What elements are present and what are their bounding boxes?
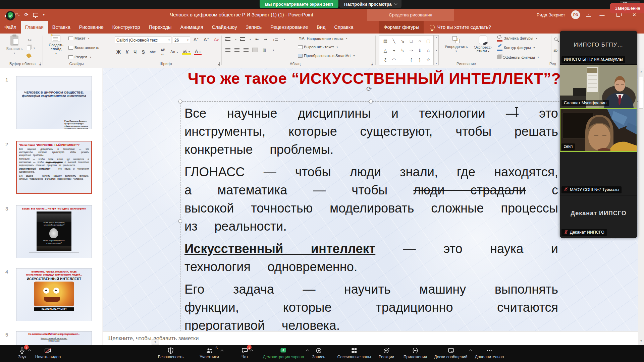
reset-button[interactable]: Восстановить <box>68 46 99 50</box>
tab-Слайд-шоу[interactable]: Слайд-шоу <box>208 21 241 34</box>
shadow-button[interactable]: S <box>141 49 146 55</box>
text-direction-button[interactable]: ⇅AНаправление текста▾ <box>298 36 347 41</box>
qat-more-icon[interactable]: ▾ <box>43 13 45 16</box>
slide-title[interactable]: Что же такое “ИСКУССТВЕННЫЙ ИНТЕЛЛЕКТ”? <box>133 69 616 87</box>
caret-up-icon[interactable] <box>250 350 254 353</box>
participant-tile-1[interactable]: ИИПСГО БГПУ…ИИПСГО БГПУ им.М.Акмуллы <box>560 31 637 65</box>
tab-Вид[interactable]: Вид <box>312 21 330 34</box>
shape-glyph-11[interactable]: ⌂ <box>427 48 430 53</box>
layout-button[interactable]: Макет▾ <box>68 36 90 40</box>
tab-Справка[interactable]: Справка <box>330 21 358 34</box>
resize-handle-topleft[interactable] <box>178 100 182 103</box>
align-right-icon[interactable] <box>244 48 249 52</box>
textbox-border-left[interactable] <box>180 101 180 331</box>
slide-canvas[interactable]: Что же такое “ИСКУССТВЕННЫЙ ИНТЕЛЛЕКТ”? … <box>103 68 638 331</box>
shape-glyph-16[interactable]: } <box>419 57 420 62</box>
shape-glyph-2[interactable]: ↘ <box>401 39 405 44</box>
shape-glyph-5[interactable]: ▢ <box>426 39 430 44</box>
grow-font-icon[interactable]: A▲ <box>193 37 200 42</box>
shape-glyph-7[interactable]: ¬ <box>393 48 395 53</box>
avatar[interactable]: РЗ <box>571 10 580 19</box>
format-painter-icon[interactable] <box>26 53 32 58</box>
quick-styles-button[interactable]: Экспресс- стили ▾ <box>470 36 496 53</box>
tab-Рецензирование[interactable]: Рецензирование <box>266 21 312 34</box>
shape-glyph-3[interactable]: □ <box>410 39 413 44</box>
find-icon[interactable] <box>554 38 557 41</box>
section-button[interactable]: Раздел▾ <box>68 55 91 59</box>
tab-format-shape[interactable]: Формат фигуры <box>379 21 423 34</box>
justify-icon[interactable] <box>253 48 258 52</box>
shape-glyph-1[interactable]: ╲ <box>393 39 395 44</box>
shape-fill-button[interactable]: Заливка фигуры▾ <box>497 36 537 40</box>
toolbar-item-record[interactable]: Запись <box>312 347 325 359</box>
caret-up-icon[interactable] <box>469 350 472 353</box>
paste-button[interactable]: Вставить▾ <box>5 36 24 55</box>
toolbar-item-apps[interactable]: Приложения <box>404 347 427 359</box>
line-spacing-icon[interactable]: ↕ <box>272 37 279 42</box>
toolbar-item-security[interactable]: Безопасность <box>158 347 184 359</box>
notes-pane[interactable]: Щелкните, чтобы добавить заметки <box>103 331 638 345</box>
toolbar-item-video[interactable]: Начать видео <box>35 347 61 359</box>
slide-vertical-scrollbar[interactable]: ▲ ▼ <box>638 68 644 345</box>
shape-glyph-10[interactable]: ⇓ <box>418 48 422 53</box>
scroll-up-icon[interactable]: ▲ <box>639 69 644 74</box>
shape-glyph-6[interactable]: △ <box>384 48 387 53</box>
view-settings-button[interactable]: Настройки просмотра <box>339 0 401 8</box>
bold-button[interactable]: Ж <box>115 49 122 55</box>
shape-glyph-9[interactable]: ⇒ <box>409 48 413 53</box>
tab-Переходы[interactable]: Переходы <box>144 21 176 34</box>
security-shield-icon[interactable] <box>5 10 15 21</box>
underline-button[interactable]: Ч <box>132 49 138 55</box>
participant-tile-4[interactable]: МАОУ СОШ №7 Туймазы <box>560 152 637 195</box>
columns-icon[interactable]: ▥ <box>262 48 267 52</box>
cut-icon[interactable]: ✂ <box>27 38 33 43</box>
tab-Вставка[interactable]: Вставка <box>48 21 75 34</box>
slide-thumbnail-2[interactable]: Что же такое "ИСКУССТВЕННЫЙ ИНТЕЛЛЕКТ"? … <box>16 141 92 194</box>
shrink-font-icon[interactable]: A▼ <box>203 37 210 42</box>
change-case-button[interactable]: Аа▾ <box>169 50 179 54</box>
font-dialog-launcher[interactable]: ◢ <box>216 62 220 66</box>
caret-up-icon[interactable] <box>28 350 31 353</box>
tab-Рисование[interactable]: Рисование <box>75 21 108 34</box>
align-center-icon[interactable] <box>234 48 239 52</box>
slide-thumbnail-4[interactable]: Возможно, проще дождаться, когда компьют… <box>16 268 92 321</box>
italic-button[interactable]: К <box>125 49 129 55</box>
slide-thumbnail-1[interactable]: ЧЕЛОВЕК В ЦИФРОВОМ ОБЩЕСТВЕ: философия и… <box>16 76 92 129</box>
highlight-color-button[interactable]: аб▾ <box>182 49 191 55</box>
toolbar-item-reactions[interactable]: Реакции <box>379 347 394 359</box>
new-slide-button[interactable]: Создать слайд▾ <box>46 36 66 55</box>
arrange-button[interactable]: Упорядочить▾ <box>442 36 470 53</box>
clipboard-dialog-launcher[interactable]: ◢ <box>37 62 41 66</box>
shapes-gallery[interactable]: ▤╲↘□○▢△¬↳⇒⇓⌂ξ◠~{}☆ <box>379 35 434 65</box>
slide-thumbnail-3[interactable]: Вроде, всё просто… Но при чём здесь фило… <box>16 205 92 258</box>
resize-handle-leftmiddle[interactable] <box>178 219 182 223</box>
participant-tile-5[interactable]: Деканат ИИПСГОДеканат ИИПСГО <box>560 195 637 238</box>
numbering-icon[interactable] <box>240 37 245 41</box>
caret-up-icon[interactable] <box>220 350 224 353</box>
shape-effects-button[interactable]: Эффекты фигуры▾ <box>497 55 539 59</box>
smartart-button[interactable]: Преобразовать в SmartArt▾ <box>298 54 355 58</box>
tab-Запись[interactable]: Запись <box>241 21 266 34</box>
font-size-combo[interactable]: 26▾ <box>173 36 190 44</box>
tab-Файл[interactable]: Файл <box>0 21 21 34</box>
minimize-button[interactable]: — <box>597 12 607 18</box>
tab-Конструктор[interactable]: Конструктор <box>108 21 145 34</box>
slide-thumbnail-5[interactable]: Но возможности ИИ часто переоценивают...… <box>16 331 92 345</box>
account-name[interactable]: Рида Зекрист <box>537 12 565 17</box>
participant-tile-3[interactable]: zekri <box>560 108 637 152</box>
shapes-gallery-scrollbar[interactable]: ▲▼▼ <box>434 35 439 65</box>
tab-Анимация[interactable]: Анимация <box>176 21 208 34</box>
tell-me-box[interactable]: Что вы хотите сделать? <box>430 21 491 34</box>
paragraph-dialog-launcher[interactable]: ◢ <box>369 62 373 66</box>
font-family-combo[interactable]: Calibri (Основной текс▾ <box>115 36 171 44</box>
start-slideshow-icon[interactable] <box>33 13 38 17</box>
toolbar-item-breakout[interactable]: Сессионные залы <box>337 347 371 359</box>
align-left-icon[interactable] <box>225 48 230 52</box>
participant-tile-2[interactable]: Салават Мусифуллин <box>560 65 637 108</box>
shape-outline-button[interactable]: Контур фигуры▾ <box>497 46 535 50</box>
shape-glyph-12[interactable]: ξ <box>384 57 386 62</box>
caret-up-icon[interactable] <box>306 350 309 353</box>
bullets-icon[interactable] <box>225 37 230 41</box>
decrease-indent-icon[interactable]: ⇤ <box>254 37 260 42</box>
redo-icon[interactable]: ⟳ <box>24 12 29 18</box>
